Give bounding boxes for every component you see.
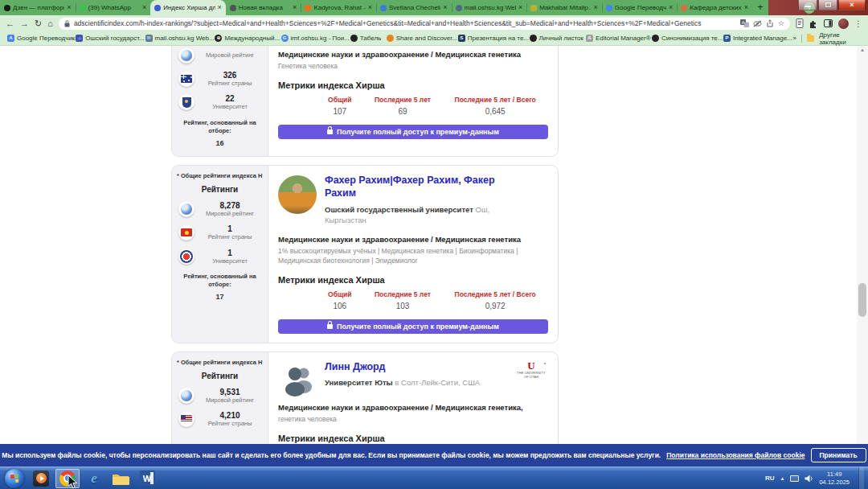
scroll-up-icon[interactable]: ▲ xyxy=(857,46,868,52)
tab-close-icon[interactable]: × xyxy=(744,4,748,11)
bookmark-integrated-manager[interactable]: P Integrated Manage... xyxy=(723,35,784,42)
world-rank-row: Мировой рейтинг xyxy=(177,47,263,64)
affiliation-university[interactable]: Университет Юты xyxy=(325,378,393,387)
utah-university-logo: U THE UNIVERSITY OF UTAH xyxy=(514,360,548,380)
home-icon[interactable]: ⌂ xyxy=(47,19,53,28)
country-rank-value: 4,210 xyxy=(219,411,240,420)
tab-svetlana[interactable]: Svetlana Chechetc... × xyxy=(376,0,452,15)
hidden-icons-arrow[interactable]: ▲ xyxy=(780,476,785,481)
bookmark-label: Личный листок xyxy=(539,35,583,42)
file-explorer-icon[interactable] xyxy=(108,469,133,488)
premium-access-button[interactable]: Получите полный доступ к премиум-данным xyxy=(278,319,548,334)
cookie-accept-button[interactable]: Принимать xyxy=(811,448,866,462)
bookmark-mail-oshsu[interactable]: ✉ mail.oshsu.kg Web... xyxy=(145,35,207,42)
back-icon[interactable]: ← xyxy=(6,19,14,28)
forward-icon[interactable]: → xyxy=(20,19,29,28)
translate-icon[interactable]: A xyxy=(740,19,749,27)
scientist-name-link[interactable]: Линн Джорд xyxy=(325,360,497,373)
maximize-button[interactable] xyxy=(818,0,837,10)
share-icon[interactable] xyxy=(766,19,774,27)
tab-kadyrova[interactable]: Kadyrova, Rahat - ... × xyxy=(301,0,376,15)
h-index-table: Общий106 Последние 5 лет103 Последние 5 … xyxy=(317,290,548,310)
browser-menu-icon[interactable]: ⋮ xyxy=(854,19,862,28)
word-icon[interactable]: W xyxy=(135,469,159,488)
bookmarks-overflow-icon[interactable]: » xyxy=(793,35,796,42)
ratings-header: * Общие рейтинги индекса H xyxy=(177,359,263,366)
world-rank-value: 9,531 xyxy=(219,388,240,397)
tab-title: mail.oshsu.kg Web... xyxy=(465,4,516,11)
new-tab-button[interactable]: + xyxy=(754,2,767,14)
dot-favicon xyxy=(652,35,659,42)
university-rank-row: 22 Университет xyxy=(177,94,263,110)
bookmark-google-translate[interactable]: A Google Переводчик xyxy=(7,35,67,42)
reload-icon[interactable]: ↻ xyxy=(35,19,42,28)
bookmark-oshsu[interactable]: ⌂ Ошский государст... xyxy=(76,35,136,42)
page-scrollbar[interactable]: ▲ xyxy=(857,46,868,444)
tab-close-icon[interactable]: × xyxy=(518,4,522,11)
scrollbar-thumb[interactable] xyxy=(858,283,866,317)
bookmark-star-icon[interactable]: ☆ xyxy=(778,19,784,27)
tab-close-icon[interactable]: × xyxy=(293,4,297,11)
tab-close-icon[interactable]: × xyxy=(593,4,597,11)
close-button[interactable]: × xyxy=(838,0,866,10)
tags-line: Генетика человека xyxy=(278,62,548,72)
bookmark-share-discover[interactable]: Share and Discover... xyxy=(387,35,449,42)
tab-strip: Дзен — платформ... × (39) WhatsApp × Инд… xyxy=(0,0,868,15)
rankings-sidebar: * Общие рейтинги индекса H Рейтинги 9,53… xyxy=(172,352,268,444)
network-display-icon[interactable] xyxy=(790,475,799,482)
divider xyxy=(801,35,802,43)
eye-slash-icon[interactable] xyxy=(753,20,762,27)
bookmark-international[interactable]: ⊕ Международный... xyxy=(215,35,272,42)
bookmark-synonymization[interactable]: Синонимизация те... xyxy=(652,35,714,42)
tab-hirsch-index-active[interactable]: Индекс Хирша дл... × xyxy=(150,0,226,15)
bookmark-tabel[interactable]: Табель xyxy=(350,35,378,42)
h-total: 107 xyxy=(317,107,363,116)
world-rank-label: Мировой рейтинг xyxy=(206,211,254,217)
tab-google-translate[interactable]: Google Переводч... × xyxy=(602,0,678,15)
system-tray: RU ▲ 11:49 04.12.2025 xyxy=(765,467,866,489)
lock-icon xyxy=(327,129,333,134)
tab-close-icon[interactable]: × xyxy=(368,4,372,11)
bookmark-label: Табель xyxy=(360,35,382,42)
tab-close-icon[interactable]: × xyxy=(443,4,447,11)
scopus-favicon xyxy=(305,5,311,11)
speaker-icon[interactable] xyxy=(805,471,813,486)
profile-avatar[interactable] xyxy=(838,18,849,29)
tab-close-icon[interactable]: × xyxy=(67,4,71,11)
bookmark-imf-oshsu[interactable]: G imf.oshsu.kg - Пои... xyxy=(281,35,342,42)
extensions-puzzle-icon[interactable] xyxy=(809,19,818,28)
bookmark-personal-sheet[interactable]: Личный листок xyxy=(530,35,577,42)
selection-rank: Рейтинг, основанный на отборе: 16 xyxy=(177,119,263,149)
media-player-icon[interactable] xyxy=(29,469,53,488)
bookmark-presentation[interactable]: S Презентация на те... xyxy=(458,35,521,42)
start-button[interactable] xyxy=(5,469,24,488)
language-indicator[interactable]: RU xyxy=(765,475,775,482)
tab-mail-oshsu[interactable]: mail.oshsu.kg Web... × xyxy=(452,0,527,15)
show-desktop-button[interactable] xyxy=(858,467,864,489)
tab-kafedra[interactable]: Кафедра детских... × xyxy=(677,0,752,15)
tab-new-tab[interactable]: Новая вкладка × xyxy=(226,0,301,15)
side-panel-icon[interactable] xyxy=(824,19,833,27)
utah-u-glyph: U xyxy=(514,360,548,371)
premium-access-button[interactable]: Получите полный доступ к премиум-данным xyxy=(278,125,548,139)
h-index-table: Общий107 Последние 5 лет69 Последние 5 л… xyxy=(317,96,548,116)
bookmark-editorial-manager[interactable]: A Editorial Manager® xyxy=(586,35,643,42)
clock[interactable]: 11:49 04.12.2025 xyxy=(819,471,850,486)
cookie-policy-link[interactable]: Политика использования файлов cookie xyxy=(666,451,805,459)
tab-dzen[interactable]: Дзен — платформ... × xyxy=(0,0,76,15)
tab-makhabat[interactable]: Makhabat Mitalip... × xyxy=(526,0,602,15)
other-bookmarks[interactable]: Другие закладки xyxy=(819,31,861,46)
reading-list-icon[interactable] xyxy=(796,18,804,28)
tab-close-icon[interactable]: × xyxy=(669,4,673,11)
internet-explorer-icon[interactable]: e xyxy=(82,469,106,488)
io-favicon xyxy=(530,5,537,11)
scientist-name-link[interactable]: Фахер Рахим|Фахер Рахим, Факер Рахим xyxy=(325,174,497,200)
usa-flag-icon xyxy=(178,411,194,427)
tab-whatsapp[interactable]: (39) WhatsApp × xyxy=(76,0,151,15)
tab-close-icon[interactable]: × xyxy=(218,4,222,11)
bookmark-label: Международный... xyxy=(224,35,280,42)
address-bar[interactable]: adscientificindex.com/h-index-rankings/?… xyxy=(59,18,790,30)
affiliation-university[interactable]: Ошский государственный университет xyxy=(325,205,473,214)
tab-close-icon[interactable]: × xyxy=(142,4,146,11)
minimize-button[interactable] xyxy=(798,0,817,10)
